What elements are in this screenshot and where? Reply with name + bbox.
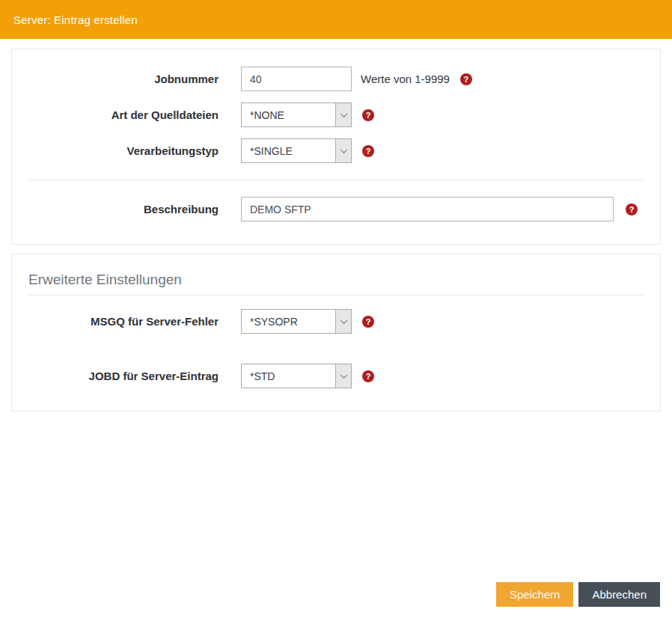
footer-actions: Speichern Abbrechen (496, 582, 660, 607)
jobd-select[interactable]: *STD (241, 364, 352, 388)
title-bar: Server: Eintrag erstellen (0, 0, 672, 39)
jobd-label: JOBD für Server-Eintrag (28, 370, 219, 382)
advanced-settings-heading: Erweiterte Einstellungen (28, 272, 644, 296)
chevron-down-icon (335, 103, 351, 126)
chevron-down-icon (335, 139, 351, 162)
chevron-down-icon (335, 310, 351, 333)
form-row-msgq: MSGQ für Server-Fehler *SYSOPR ? (28, 309, 644, 334)
main-content: Jobnummer Werte von 1-9999 ? Art der Que… (0, 39, 672, 412)
form-row-jobd: JOBD für Server-Eintrag *STD ? (28, 364, 644, 388)
help-icon[interactable]: ? (626, 204, 638, 215)
cancel-button[interactable]: Abbrechen (578, 582, 660, 607)
form-row-beschreibung: Beschreibung ? (28, 197, 644, 221)
form-row-quelldateien: Art der Quelldateien *NONE ? (28, 103, 644, 127)
quelldateien-label: Art der Quelldateien (28, 108, 219, 121)
msgq-label: MSGQ für Server-Fehler (28, 315, 219, 328)
jobnummer-input[interactable] (241, 67, 352, 91)
section-divider (28, 180, 644, 180)
msgq-select[interactable]: *SYSOPR (241, 309, 352, 334)
form-row-verarbeitungstyp: Verarbeitungstyp *SINGLE ? (28, 138, 644, 163)
quelldateien-select[interactable]: *NONE (241, 103, 352, 127)
advanced-settings-panel: Erweiterte Einstellungen MSGQ für Server… (11, 254, 661, 412)
jobnummer-hint: Werte von 1-9999 (361, 73, 450, 85)
chevron-down-icon (335, 364, 351, 388)
verarbeitungstyp-select[interactable]: *SINGLE (241, 138, 352, 163)
select-value: *NONE (242, 103, 335, 126)
beschreibung-label: Beschreibung (28, 203, 219, 215)
basic-settings-panel: Jobnummer Werte von 1-9999 ? Art der Que… (11, 49, 661, 245)
help-icon[interactable]: ? (362, 370, 374, 382)
select-value: *SINGLE (242, 139, 335, 162)
beschreibung-input[interactable] (241, 197, 614, 221)
help-icon[interactable]: ? (460, 73, 472, 85)
save-button[interactable]: Speichern (496, 582, 574, 607)
help-icon[interactable]: ? (362, 145, 374, 157)
help-icon[interactable]: ? (362, 109, 374, 121)
verarbeitungstyp-label: Verarbeitungstyp (28, 144, 219, 157)
select-value: *SYSOPR (242, 310, 335, 333)
page-title: Server: Eintrag erstellen (13, 13, 138, 26)
jobnummer-label: Jobnummer (28, 73, 219, 85)
form-row-jobnummer: Jobnummer Werte von 1-9999 ? (28, 67, 644, 91)
help-icon[interactable]: ? (362, 316, 374, 328)
select-value: *STD (242, 364, 335, 388)
